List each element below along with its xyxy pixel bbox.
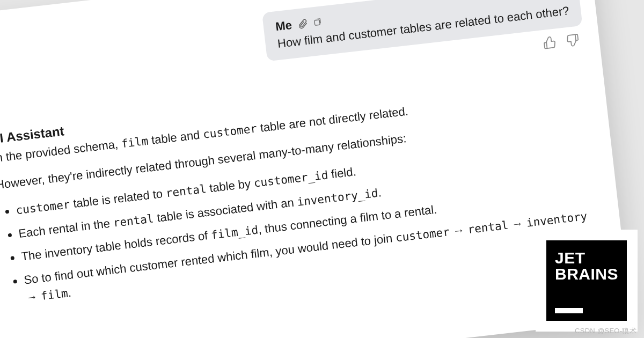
assistant-bullets: customer table is related to rental tabl…	[0, 136, 602, 309]
context-icon[interactable]	[313, 17, 323, 27]
svg-rect-0	[314, 20, 320, 25]
attachment-icon[interactable]	[297, 18, 309, 30]
code-film: film	[121, 135, 149, 151]
watermark-text: CSDN @SEO-狼术	[575, 326, 636, 336]
thumbs-up-icon[interactable]	[541, 35, 557, 51]
logo-line-2: BRAINS	[555, 266, 618, 282]
jetbrains-logo: JET BRAINS	[536, 230, 638, 332]
user-sender-label: Me	[275, 17, 293, 35]
thumbs-down-icon[interactable]	[565, 33, 581, 48]
code-customer: customer	[202, 122, 258, 141]
logo-line-1: JET	[555, 250, 618, 266]
logo-bar	[555, 308, 583, 313]
